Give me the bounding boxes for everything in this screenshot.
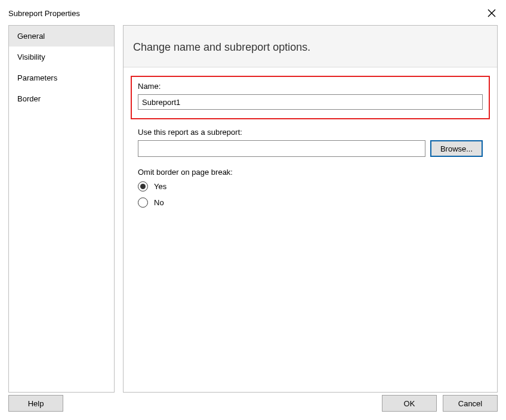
- omit-label: Omit border on page break:: [138, 168, 483, 177]
- content-area: General Visibility Parameters Border Cha…: [0, 25, 506, 393]
- sidebar-item-visibility[interactable]: Visibility: [9, 47, 114, 67]
- name-input[interactable]: [138, 94, 483, 110]
- sidebar-item-label: Parameters: [17, 73, 57, 82]
- omit-radio-group: Yes No: [138, 181, 483, 208]
- sidebar-item-label: Visibility: [17, 52, 45, 61]
- close-button[interactable]: [485, 6, 499, 20]
- radio-yes-label: Yes: [154, 182, 166, 191]
- radio-no[interactable]: No: [138, 197, 483, 208]
- sidebar-item-label: Border: [17, 94, 41, 103]
- subreport-row: Browse...: [138, 140, 483, 157]
- name-label: Name:: [138, 82, 483, 91]
- close-icon: [488, 9, 496, 17]
- radio-yes[interactable]: Yes: [138, 181, 483, 192]
- subreport-section: Use this report as a subreport: Browse..…: [131, 128, 490, 157]
- radio-no-label: No: [154, 198, 164, 207]
- subreport-input[interactable]: [138, 140, 425, 157]
- radio-icon: [138, 197, 148, 208]
- button-bar-right: OK Cancel: [382, 395, 498, 412]
- name-section-highlight: Name:: [131, 76, 490, 119]
- omit-section: Omit border on page break: Yes No: [131, 168, 490, 208]
- sidebar-item-general[interactable]: General: [9, 26, 114, 47]
- titlebar: Subreport Properties: [0, 0, 506, 25]
- radio-icon: [138, 181, 148, 192]
- ok-button[interactable]: OK: [382, 395, 437, 412]
- help-button[interactable]: Help: [8, 395, 63, 412]
- button-bar: Help OK Cancel: [0, 389, 506, 420]
- subreport-label: Use this report as a subreport:: [138, 128, 483, 137]
- sidebar: General Visibility Parameters Border: [8, 25, 115, 393]
- sidebar-item-border[interactable]: Border: [9, 88, 114, 109]
- dialog-title: Subreport Properties: [8, 9, 80, 18]
- panel-heading: Change name and subreport options.: [124, 26, 497, 67]
- browse-button[interactable]: Browse...: [430, 140, 483, 157]
- main-panel: Change name and subreport options. Name:…: [123, 25, 498, 393]
- cancel-button[interactable]: Cancel: [443, 395, 498, 412]
- sidebar-item-parameters[interactable]: Parameters: [9, 67, 114, 88]
- panel-body: Name: Use this report as a subreport: Br…: [124, 67, 497, 392]
- sidebar-item-label: General: [17, 32, 45, 41]
